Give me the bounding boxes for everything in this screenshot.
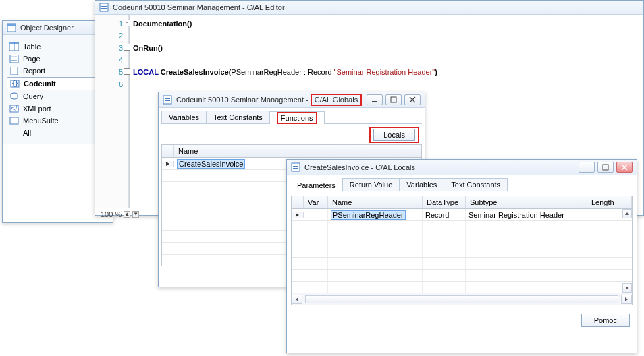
zoom-control[interactable]: 100 % ▲ ▼ <box>101 210 139 218</box>
tab-parameters[interactable]: Parameters <box>290 179 343 191</box>
tab-variables[interactable]: Variables <box>399 178 444 191</box>
column-header-name[interactable]: Name <box>328 196 423 208</box>
cell-subtype[interactable] <box>466 282 587 293</box>
cell-length[interactable] <box>587 221 622 233</box>
tab-text-constants[interactable]: Text Constants <box>444 178 508 191</box>
cal-editor-titlebar[interactable]: Codeunit 50010 Seminar Management - C/AL… <box>95 1 643 15</box>
column-header-var[interactable]: Var <box>304 196 328 208</box>
cell-name[interactable] <box>328 282 423 293</box>
cell-var[interactable] <box>304 233 328 245</box>
object-type-label: Table <box>23 42 41 51</box>
cell-subtype[interactable] <box>466 221 587 233</box>
cell-length[interactable] <box>587 245 622 257</box>
minimize-icon[interactable] <box>579 162 595 173</box>
column-header-length[interactable]: Length <box>587 196 622 208</box>
cell-datatype[interactable] <box>423 221 466 233</box>
minimize-icon[interactable] <box>367 94 383 105</box>
cell-subtype[interactable] <box>466 245 587 257</box>
close-icon[interactable] <box>404 94 421 105</box>
cell-name[interactable] <box>328 258 423 269</box>
scroll-down-icon[interactable] <box>622 283 632 293</box>
tab-return-value[interactable]: Return Value <box>342 178 400 191</box>
scroll-up-icon[interactable] <box>622 209 632 218</box>
table-row[interactable] <box>292 245 632 258</box>
cell-datatype[interactable]: Record <box>423 209 466 220</box>
table-row[interactable] <box>292 270 632 282</box>
object-type-table[interactable]: Table <box>7 40 109 53</box>
help-button[interactable]: Pomoc <box>581 314 630 327</box>
scroll-right-icon[interactable] <box>621 295 632 304</box>
maximize-icon[interactable] <box>385 94 402 105</box>
table-row[interactable]: PSeminarRegHeaderRecordSeminar Registrat… <box>292 209 632 221</box>
scroll-track[interactable] <box>305 295 618 303</box>
locals-grid-body[interactable]: PSeminarRegHeaderRecordSeminar Registrat… <box>292 209 632 293</box>
tab-text-constants[interactable]: Text Constants <box>206 111 270 123</box>
cell-name[interactable] <box>328 245 423 257</box>
code-line[interactable]: −OnRun() <box>133 42 639 54</box>
cell-var[interactable] <box>304 258 328 269</box>
code-line[interactable]: −Documentation() <box>133 18 639 30</box>
code-line[interactable] <box>133 54 639 66</box>
scroll-left-icon[interactable] <box>292 295 302 304</box>
object-type-codeunit[interactable]: {}Codeunit <box>7 77 109 90</box>
code-line[interactable] <box>133 30 639 42</box>
cell-length[interactable] <box>587 233 622 245</box>
cal-locals-titlebar[interactable]: CreateSalesInvoice - C/AL Locals <box>287 160 637 175</box>
cell-datatype[interactable] <box>423 270 466 281</box>
object-type-xmlport[interactable]: </>XMLport <box>7 102 109 115</box>
object-type-all[interactable]: All <box>7 127 109 139</box>
column-header-name[interactable]: Name <box>174 145 421 157</box>
cell-datatype[interactable] <box>423 233 466 245</box>
fold-icon[interactable]: − <box>124 20 130 26</box>
code-line[interactable] <box>133 78 639 90</box>
cell-datatype[interactable] <box>423 245 466 257</box>
cell-datatype[interactable] <box>423 282 466 293</box>
horizontal-scrollbar[interactable] <box>292 293 632 305</box>
globals-grid-header: Name <box>162 145 421 158</box>
cell-length[interactable] <box>587 258 622 269</box>
object-type-query[interactable]: Query <box>7 90 109 102</box>
fold-icon[interactable]: − <box>124 68 130 75</box>
zoom-up[interactable]: ▲ <box>124 211 130 218</box>
close-icon[interactable] <box>616 162 633 173</box>
cell-editor[interactable]: CreateSalesInvoice <box>177 159 245 169</box>
fold-icon[interactable]: − <box>124 44 130 51</box>
cell-subtype[interactable] <box>466 258 587 269</box>
row-selector[interactable] <box>292 212 304 218</box>
table-row[interactable] <box>292 258 632 270</box>
cell-name[interactable]: PSeminarRegHeader <box>328 209 423 220</box>
cell-var[interactable] <box>304 221 328 233</box>
cell-subtype[interactable] <box>466 270 587 281</box>
object-type-report[interactable]: Report <box>7 65 109 77</box>
table-row[interactable] <box>292 282 632 293</box>
maximize-icon[interactable] <box>597 162 614 173</box>
cell-length[interactable] <box>587 282 622 293</box>
table-row[interactable] <box>292 233 632 245</box>
cell-var[interactable] <box>304 282 328 293</box>
locals-button[interactable]: Locals <box>373 129 415 141</box>
object-type-page[interactable]: Page <box>7 53 109 65</box>
cell-length[interactable] <box>587 209 622 220</box>
tab-functions[interactable]: Functions <box>269 111 325 124</box>
cell-editor[interactable]: PSeminarRegHeader <box>331 210 406 220</box>
code-line[interactable]: −LOCAL CreateSalesInvoice(PSeminarRegHea… <box>133 66 639 78</box>
cell-datatype[interactable] <box>423 258 466 269</box>
cell-var[interactable] <box>304 270 328 281</box>
zoom-down[interactable]: ▼ <box>132 211 139 218</box>
cell-name[interactable] <box>328 233 423 245</box>
cell-var[interactable] <box>304 209 328 220</box>
tab-variables[interactable]: Variables <box>161 111 207 123</box>
cell-subtype[interactable] <box>466 233 587 245</box>
table-row[interactable] <box>292 221 632 233</box>
column-header-subtype[interactable]: Subtype <box>466 196 587 208</box>
cell-subtype[interactable]: Seminar Registration Header <box>466 209 587 220</box>
cell-var[interactable] <box>304 245 328 257</box>
line-number: 2 <box>95 30 123 42</box>
cell-name[interactable] <box>328 221 423 233</box>
cal-globals-titlebar[interactable]: Codeunit 50010 Seminar Management - C/AL… <box>159 92 425 108</box>
column-header-datatype[interactable]: DataType <box>423 196 466 208</box>
cell-name[interactable] <box>328 270 423 281</box>
object-type-menusuite[interactable]: MenuSuite <box>7 115 109 127</box>
cell-length[interactable] <box>587 270 622 281</box>
row-selector[interactable] <box>162 161 174 167</box>
